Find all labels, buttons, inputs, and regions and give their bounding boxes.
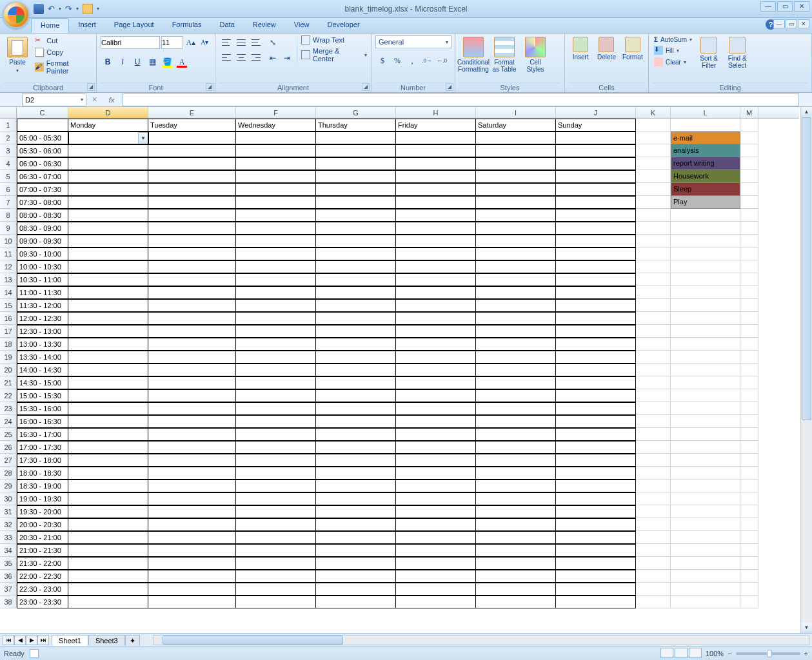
row-header[interactable]: 16 <box>0 312 17 325</box>
cell[interactable] <box>396 415 476 428</box>
legend-item[interactable]: e-mail <box>671 131 740 144</box>
time-cell[interactable]: 21:30 - 22:00 <box>17 557 68 570</box>
cell[interactable] <box>316 351 396 364</box>
cell[interactable]: Friday <box>396 119 476 131</box>
cell[interactable] <box>671 260 740 273</box>
cell[interactable] <box>556 428 636 441</box>
cell[interactable] <box>476 338 556 351</box>
cell[interactable] <box>476 389 556 402</box>
cell[interactable] <box>68 505 148 518</box>
align-middle[interactable] <box>234 35 248 50</box>
cell[interactable] <box>476 131 556 144</box>
cell[interactable]: Monday <box>68 119 148 131</box>
cell[interactable] <box>636 596 671 608</box>
cell[interactable] <box>636 351 671 364</box>
tab-view[interactable]: View <box>285 18 319 33</box>
cell[interactable] <box>148 596 236 608</box>
time-cell[interactable]: 23:00 - 23:30 <box>17 596 68 608</box>
hscroll-thumb[interactable] <box>163 636 343 645</box>
insert-cells-button[interactable]: Insert <box>569 35 592 62</box>
cell-styles-button[interactable]: Cell Styles <box>521 35 550 74</box>
cell[interactable] <box>236 196 316 209</box>
row-header[interactable]: 14 <box>0 286 17 299</box>
row-header[interactable]: 4 <box>0 157 17 170</box>
row-header[interactable]: 13 <box>0 273 17 286</box>
cell[interactable] <box>68 480 148 492</box>
cell[interactable] <box>476 531 556 544</box>
cell[interactable] <box>671 389 740 402</box>
cell[interactable] <box>671 557 740 570</box>
cell[interactable] <box>396 544 476 557</box>
cell[interactable] <box>636 338 671 351</box>
cell[interactable] <box>316 299 396 312</box>
cell[interactable] <box>316 157 396 170</box>
number-format-select[interactable]: General▾ <box>375 35 451 48</box>
cell[interactable] <box>671 480 740 492</box>
cell[interactable] <box>740 583 758 596</box>
cell[interactable] <box>68 183 148 196</box>
cell[interactable] <box>476 209 556 222</box>
time-cell[interactable]: 13:30 - 14:00 <box>17 351 68 364</box>
cell[interactable] <box>236 596 316 608</box>
time-cell[interactable]: 12:00 - 12:30 <box>17 312 68 325</box>
row-header[interactable]: 28 <box>0 467 17 480</box>
cell[interactable] <box>476 505 556 518</box>
italic-button[interactable]: I <box>115 55 130 69</box>
tab-pagelayout[interactable]: Page Layout <box>105 18 163 33</box>
cell[interactable] <box>556 389 636 402</box>
cell[interactable] <box>636 531 671 544</box>
underline-button[interactable]: U <box>130 55 144 69</box>
cell[interactable] <box>556 583 636 596</box>
fx-icon[interactable]: fx <box>101 96 123 104</box>
cell[interactable] <box>476 260 556 273</box>
row-header[interactable]: 33 <box>0 531 17 544</box>
cell[interactable] <box>740 467 758 480</box>
time-cell[interactable]: 16:00 - 16:30 <box>17 415 68 428</box>
row-header[interactable]: 18 <box>0 338 17 351</box>
cell[interactable] <box>316 531 396 544</box>
cell[interactable] <box>671 467 740 480</box>
cell[interactable] <box>396 338 476 351</box>
delete-cells-button[interactable]: Delete <box>595 35 618 62</box>
cell[interactable] <box>671 583 740 596</box>
cell[interactable] <box>68 415 148 428</box>
time-cell[interactable]: 05:00 - 05:30 <box>17 131 68 144</box>
cell[interactable] <box>556 351 636 364</box>
cell[interactable] <box>556 183 636 196</box>
cell[interactable] <box>671 570 740 583</box>
cell[interactable] <box>740 402 758 415</box>
cell[interactable] <box>396 170 476 183</box>
time-cell[interactable]: 08:30 - 09:00 <box>17 222 68 235</box>
cell[interactable] <box>68 389 148 402</box>
cell[interactable] <box>396 299 476 312</box>
cell[interactable] <box>148 209 236 222</box>
cell[interactable] <box>476 325 556 338</box>
cell[interactable] <box>236 441 316 454</box>
cell[interactable] <box>148 415 236 428</box>
time-cell[interactable]: 09:00 - 09:30 <box>17 235 68 248</box>
cell[interactable] <box>236 183 316 196</box>
cell[interactable] <box>636 235 671 248</box>
cell[interactable] <box>396 144 476 157</box>
cell[interactable] <box>68 531 148 544</box>
scroll-up-icon[interactable]: ▲ <box>801 107 812 117</box>
cell[interactable] <box>556 157 636 170</box>
cell[interactable] <box>740 325 758 338</box>
cell[interactable] <box>671 518 740 531</box>
cell[interactable] <box>556 273 636 286</box>
cell[interactable] <box>316 144 396 157</box>
cell[interactable] <box>316 209 396 222</box>
cell[interactable] <box>671 312 740 325</box>
cell[interactable] <box>68 157 148 170</box>
cell[interactable] <box>396 351 476 364</box>
cell[interactable] <box>671 492 740 505</box>
cell[interactable] <box>636 415 671 428</box>
cell[interactable] <box>740 273 758 286</box>
cell[interactable] <box>148 454 236 467</box>
cell[interactable] <box>476 596 556 608</box>
cell[interactable] <box>148 235 236 248</box>
cell[interactable] <box>671 505 740 518</box>
cell[interactable] <box>671 531 740 544</box>
cell[interactable] <box>68 518 148 531</box>
cell[interactable] <box>148 222 236 235</box>
